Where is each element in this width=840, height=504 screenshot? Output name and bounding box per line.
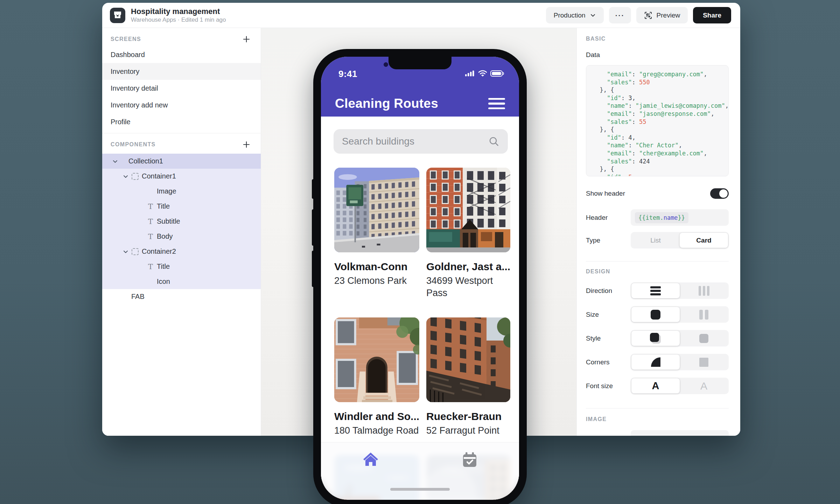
sidebar-item-inventory-add-new[interactable]: Inventory add new — [102, 97, 261, 113]
basic-section-label: BASIC — [586, 36, 729, 42]
brick-row-photo — [426, 168, 510, 252]
tree-item-container2[interactable]: Container2 — [102, 244, 261, 259]
nav-home[interactable] — [321, 442, 420, 500]
screens-label: SCREENS — [111, 36, 141, 42]
code-line: "sales": 55 — [593, 118, 722, 126]
tree-item-container1[interactable]: Container1 — [102, 169, 261, 184]
header-field[interactable]: {{item.name}} — [631, 209, 729, 226]
home-indicator[interactable] — [390, 488, 450, 491]
battery-icon — [490, 70, 504, 78]
text-icon: T — [147, 203, 154, 210]
inspector-panel: BASIC Data "email": "greg@company.com", … — [576, 28, 740, 436]
header-binding-chip: {{item.name}} — [635, 212, 688, 223]
design-option-split-columns-icon[interactable] — [680, 307, 728, 322]
tree-item-label: Icon — [157, 278, 170, 286]
data-property-label: Data — [586, 51, 729, 59]
tree-item-label: Collection1 — [128, 157, 163, 165]
building-card[interactable]: Ruecker-Braun52 Farragut Point — [426, 317, 510, 437]
more-button[interactable]: ··· — [609, 7, 631, 23]
design-segment-corners — [631, 354, 729, 370]
type-row: Type List Card — [586, 232, 729, 248]
hamburger-menu-icon[interactable] — [488, 98, 505, 110]
design-option-flat-square-icon[interactable] — [680, 331, 728, 346]
tree-item-subtitle[interactable]: TSubtitle — [102, 214, 261, 229]
tree-item-collection1[interactable]: Collection1 — [102, 154, 261, 169]
code-line: "email": "cher@example.com", — [593, 149, 722, 158]
tree-item-title[interactable]: TTitle — [102, 199, 261, 214]
ellipsis-icon: ··· — [615, 11, 625, 20]
show-header-label: Show header — [586, 190, 625, 197]
page-subtitle: Warehouse Apps · Edited 1 min ago — [131, 16, 226, 23]
sidebar-item-dashboard[interactable]: Dashboard — [102, 46, 261, 63]
type-label: Type — [586, 237, 600, 244]
code-line: "id": 4, — [593, 134, 722, 142]
tree-item-label: Body — [157, 232, 173, 240]
building-card[interactable]: Windler and So...180 Talmadge Road — [334, 317, 419, 437]
design-option-horizontal-rows-icon[interactable] — [631, 283, 680, 298]
share-button[interactable]: Share — [693, 7, 731, 23]
header-label: Header — [586, 214, 608, 222]
camera-dot — [384, 62, 388, 67]
environment-label: Production — [554, 12, 586, 19]
tree-item-label: Title — [157, 262, 170, 271]
code-line: "name": "jamie_lewis@comapny.com", — [593, 102, 722, 110]
left-sidebar: SCREENS DashboardInventoryInventory deta… — [102, 28, 261, 436]
design-row-corners: Corners — [586, 354, 729, 370]
volume-down-button — [312, 251, 315, 287]
font-small-icon: A — [700, 380, 707, 392]
source-row: Source {{example.value}} — [586, 430, 729, 436]
tree-item-label: Image — [157, 187, 176, 195]
design-option-sharp-corner-icon[interactable] — [680, 355, 728, 370]
tree-item-fab[interactable]: FAB — [102, 289, 261, 304]
source-field[interactable]: {{example.value}} — [631, 430, 729, 436]
add-component-button[interactable] — [243, 141, 250, 148]
code-line: "email": "jason@response.com", — [593, 110, 722, 118]
card-title: Volkman-Conn — [334, 261, 419, 273]
tree-item-body[interactable]: TBody — [102, 229, 261, 244]
building-card[interactable]: Volkman-Conn23 Clemons Park — [334, 168, 419, 299]
mute-switch — [312, 179, 315, 199]
storefront-icon — [113, 10, 122, 21]
sidebar-item-inventory[interactable]: Inventory — [102, 63, 261, 80]
design-row-size: Size — [586, 306, 729, 323]
large-square-icon — [651, 310, 660, 320]
data-code-editor[interactable]: "email": "greg@company.com", "sales": 55… — [586, 65, 729, 176]
chevron-down-icon — [590, 12, 596, 19]
sidebar-item-profile[interactable]: Profile — [102, 113, 261, 130]
design-segment-size — [631, 306, 729, 323]
design-option-large-square-icon[interactable] — [631, 307, 680, 322]
design-row-label: Corners — [586, 358, 610, 366]
tree-item-label: Title — [157, 202, 170, 210]
building-card[interactable]: Goldner, Jast a...34699 Westport Pass — [426, 168, 510, 299]
search-input[interactable]: Search buildings — [334, 129, 508, 154]
nav-schedule[interactable] — [420, 442, 519, 500]
signal-icon — [465, 70, 475, 78]
add-screen-button[interactable] — [243, 35, 250, 43]
tree-item-title[interactable]: TTitle — [102, 259, 261, 274]
environment-selector[interactable]: Production — [546, 7, 604, 23]
card-title: Ruecker-Braun — [426, 411, 510, 422]
design-option-vertical-columns-icon[interactable] — [680, 283, 728, 298]
design-option-shadow-square-icon[interactable] — [631, 331, 680, 346]
design-option-font-large-icon[interactable]: A — [631, 378, 680, 393]
card-title: Goldner, Jast a... — [426, 261, 510, 273]
page-title: Hospitality management — [131, 7, 226, 16]
design-option-rounded-corner-icon[interactable] — [631, 355, 680, 370]
type-option-card[interactable]: Card — [680, 233, 728, 248]
preview-button[interactable]: Preview — [636, 7, 688, 23]
tree-item-icon[interactable]: Icon — [102, 274, 261, 289]
image-section-label: IMAGE — [586, 416, 729, 422]
design-option-font-small-icon[interactable]: A — [680, 378, 728, 393]
sidebar-item-inventory-detail[interactable]: Inventory detail — [102, 80, 261, 97]
show-header-toggle[interactable] — [710, 188, 729, 199]
brownstone-row-photo — [426, 317, 510, 402]
magnifier-icon — [488, 136, 499, 147]
code-line: "sales": 550 — [593, 78, 722, 86]
design-section-label: DESIGN — [586, 268, 729, 275]
tree-item-image[interactable]: Image — [102, 184, 261, 199]
vertical-columns-icon — [699, 286, 709, 296]
type-option-list[interactable]: List — [631, 233, 680, 248]
design-row-style: Style — [586, 330, 729, 346]
volume-up-button — [312, 209, 315, 246]
container-icon — [132, 173, 139, 180]
